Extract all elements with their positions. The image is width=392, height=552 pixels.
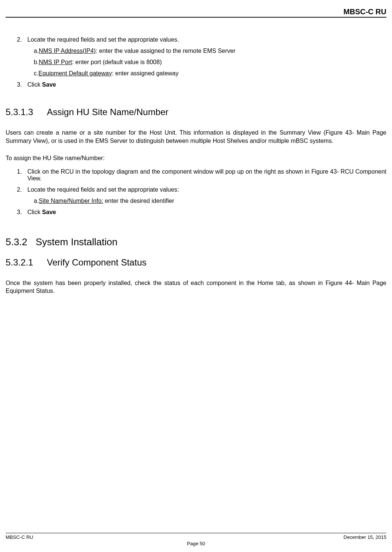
sub-label: NMS IP Address(IP4) [39,48,96,54]
paragraph: Users can create a name or a site number… [6,129,386,145]
sub-list-item: c.Equipment Default gateway: enter assig… [34,70,386,77]
sub-text: : enter the value assigned to the remote… [96,48,236,54]
sub-prefix: a. [34,48,39,54]
sub-list-item: a.Site Name/Number Info: enter the desir… [34,198,386,204]
header-title: MBSC-C RU [344,8,386,16]
sub-prefix: c. [34,70,38,76]
list-item: 3. Click Save [17,209,386,216]
paragraph: To assign the HU Site name/Number: [6,154,386,162]
heading-title: Verify Component Status [47,257,146,268]
footer-left: MBSC-C RU [6,534,33,540]
heading-number: 5.3.1.3 [6,107,47,117]
list-text: Locate the required fields and set the a… [27,36,386,43]
heading-5-3-1-3: 5.3.1.3 Assign HU Site Name/Number [6,107,386,117]
sub-label: Equipment Default gateway [38,70,112,76]
sub-list-item: a.NMS IP Address(IP4): enter the value a… [34,48,386,54]
continuation-list: 2. Locate the required fields and set th… [6,36,386,88]
sub-list-item: b.NMS IP Port: enter port (default value… [34,59,386,66]
list-item: 1. Click on the RCU in the topology diag… [17,168,386,182]
ordered-list: 1. Click on the RCU in the topology diag… [6,168,386,216]
heading-title: Assign HU Site Name/Number [47,107,168,117]
heading-number: 5.3.2.1 [6,257,47,268]
page-header: MBSC-C RU [6,8,386,18]
list-text: Click Save [27,209,386,216]
heading-number: 5.3.2 [6,236,36,248]
list-number: 3. [17,209,27,216]
sub-label: NMS IP Port [39,59,72,65]
sub-prefix: a. [34,198,39,204]
footer-right: December 15, 2015 [344,534,386,540]
list-number: 1. [17,168,27,182]
sub-text: : enter port (default value is 8008) [72,59,162,65]
list-item: 2. Locate the required fields and set th… [17,186,386,193]
list-text: Locate the required fields and set the a… [27,186,386,193]
list-number: 2. [17,36,27,43]
paragraph: Once the system has been properly instal… [6,279,386,295]
list-text: Click on the RCU in the topology diagram… [27,168,386,182]
sub-label: Site Name/Number Info: [39,198,103,204]
sub-prefix: b. [34,59,39,65]
heading-5-3-2: 5.3.2 System Installation [6,236,386,248]
list-item: 3. Click Save [17,81,386,88]
list-number: 3. [17,81,27,88]
list-text: Click Save [27,81,386,88]
sub-text: enter the desired identifier [103,198,174,204]
heading-5-3-2-1: 5.3.2.1 Verify Component Status [6,257,386,268]
list-number: 2. [17,186,27,193]
list-item: 2. Locate the required fields and set th… [17,36,386,43]
page-footer: MBSC-C RU December 15, 2015 Page 50 [6,533,386,546]
sub-text: : enter assigned gateway [112,70,179,76]
footer-page-number: Page 50 [6,541,386,546]
heading-title: System Installation [36,236,117,248]
